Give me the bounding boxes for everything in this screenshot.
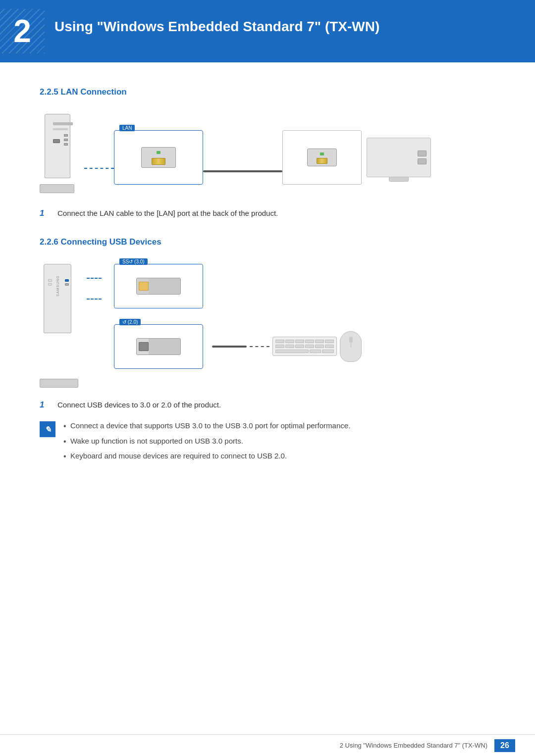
network-device-box	[282, 130, 362, 185]
header-title: Using "Windows Embedded Standard 7" (TX-…	[54, 9, 379, 36]
note-item-1: Connect a device that supports USB 3.0 t…	[61, 420, 350, 432]
plug-contacts2	[317, 158, 327, 164]
tower-stripe2	[53, 128, 68, 130]
note-bullets-list: Connect a device that supports USB 3.0 t…	[61, 420, 350, 466]
mouse-illustration	[340, 331, 362, 362]
tower-base	[40, 184, 74, 193]
tower-body	[45, 114, 70, 178]
usb-dashed-line	[250, 346, 269, 347]
page-footer: 2 Using "Windows Embedded Standard 7" (T…	[0, 734, 535, 756]
usb20-box: ↺ (2.0)	[114, 324, 203, 369]
keyboard-illustration	[272, 337, 337, 356]
section-usb-heading: 2.2.6 Connecting USB Devices	[40, 237, 495, 247]
tower-port	[53, 139, 60, 143]
usb20-row: ↺ (2.0)	[114, 324, 495, 369]
chapter-number: 2	[13, 15, 31, 47]
device-tower-lan	[40, 114, 84, 193]
note-icon: ✎	[40, 421, 55, 437]
hub-device	[367, 138, 431, 177]
footer-text: 2 Using "Windows Embedded Standard 7" (T…	[340, 742, 487, 749]
usb-cable-line	[212, 346, 247, 348]
lan-cable	[203, 170, 282, 172]
section-usb: 2.2.6 Connecting USB Devices SAMSUNG	[40, 237, 495, 466]
usb20-peripherals	[212, 331, 362, 362]
header-banner: 2 Using "Windows Embedded Standard 7" (T…	[0, 0, 535, 62]
usb30-label: SS↺ (3.0)	[119, 258, 148, 265]
plug-contacts	[152, 158, 165, 165]
usb20-label: ↺ (2.0)	[119, 319, 141, 325]
main-content: 2.2.5 LAN Connection	[0, 62, 535, 505]
usb-instruction: 1 Connect USB devices to 3.0 or 2.0 of t…	[40, 400, 495, 411]
lan-instruction-num: 1	[40, 208, 57, 218]
device-tower-usb: SAMSUNG	[40, 259, 89, 388]
tower-stripe	[53, 122, 73, 125]
lan-instruction-text: Connect the LAN cable to the [LAN] port …	[57, 208, 278, 219]
plug-led2	[320, 152, 324, 155]
note-section: ✎ Connect a device that supports USB 3.0…	[40, 420, 495, 466]
note-icon-symbol: ✎	[45, 425, 51, 434]
rj45-plug	[141, 147, 176, 168]
usb30-row: SS↺ (3.0)	[114, 264, 495, 308]
usb-instruction-text: Connect USB devices to 3.0 or 2.0 of the…	[57, 400, 221, 411]
usb-diagram: SAMSUNG	[40, 259, 495, 388]
usb-right-section: SS↺ (3.0) ↺ (2.0)	[104, 259, 495, 369]
lan-connector-box: LAN	[114, 130, 203, 185]
lan-diagram: LAN	[40, 109, 495, 198]
section-lan-heading: 2.2.5 LAN Connection	[40, 87, 495, 97]
usb30-box: SS↺ (3.0)	[114, 264, 203, 308]
chapter-number-box: 2	[0, 9, 45, 53]
lan-label: LAN	[119, 125, 135, 131]
section-lan: 2.2.5 LAN Connection	[40, 87, 495, 219]
plug-led	[157, 151, 160, 154]
footer-page-number: 26	[494, 739, 515, 752]
note-item-3: Keyboard and mouse devices are required …	[61, 451, 350, 462]
lan-instruction: 1 Connect the LAN cable to the [LAN] por…	[40, 208, 495, 219]
note-item-2: Wake up function is not supported on USB…	[61, 436, 350, 447]
rj45-plug2	[307, 149, 337, 166]
usb-instruction-num: 1	[40, 400, 57, 410]
